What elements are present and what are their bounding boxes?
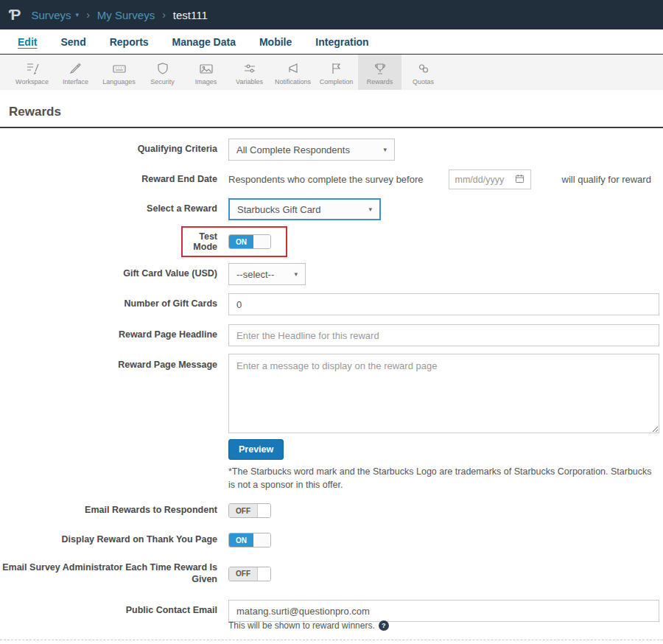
message-textarea[interactable] — [228, 354, 659, 433]
edit-toolbar: Workspace Interface Languages Security I… — [0, 55, 663, 90]
notifications-icon — [285, 61, 301, 76]
images-icon — [198, 61, 214, 76]
toolbar-item-security[interactable]: Security — [141, 55, 184, 90]
breadcrumb-surveys-dropdown[interactable]: Surveys ▾ — [31, 9, 79, 21]
main-menu: Edit Send Reports Manage Data Mobile Int… — [0, 29, 663, 55]
gift-card-value-row: Gift Card Value (USD) --select-- ▾ — [0, 263, 659, 285]
toolbar-item-languages[interactable]: Languages — [97, 55, 141, 90]
breadcrumb-separator: › — [86, 9, 90, 21]
num-gift-cards-input[interactable] — [228, 293, 659, 315]
top-navigation-bar: Ƥ Surveys ▾ › My Surveys › test111 — [0, 0, 663, 29]
gift-card-value-selected: --select-- — [236, 269, 274, 280]
starbucks-disclaimer: *The Starbucks word mark and the Starbuc… — [228, 466, 659, 491]
public-email-helper-row: This will be shown to reward winners. ? — [0, 620, 659, 631]
toggle-knob — [253, 533, 270, 547]
qualifying-criteria-select[interactable]: All Complete Respondents ▾ — [228, 139, 395, 161]
reward-end-date-after-text: will qualify for reward — [562, 174, 651, 185]
num-gift-cards-row: Number of Gift Cards — [0, 293, 659, 315]
date-placeholder: mm/dd/yyyy — [455, 175, 505, 185]
toolbar-item-completion[interactable]: Completion — [315, 55, 358, 90]
num-gift-cards-label: Number of Gift Cards — [0, 298, 228, 310]
toggle-off-segment: OFF — [229, 567, 257, 581]
test-mode-highlight-box: Test Mode ON — [181, 226, 287, 257]
breadcrumb-surveys-label: Surveys — [31, 9, 71, 21]
message-label: Reward Page Message — [0, 354, 228, 371]
toolbar-item-rewards[interactable]: Rewards — [358, 55, 401, 90]
quotas-icon — [415, 61, 432, 76]
toggle-knob — [257, 504, 270, 517]
email-admin-label: Email Survey Administrator Each Time Rew… — [0, 562, 228, 585]
email-admin-row: Email Survey Administrator Each Time Rew… — [0, 562, 659, 585]
headline-row: Reward Page Headline — [0, 324, 659, 346]
disclaimer-row: *The Starbucks word mark and the Starbuc… — [0, 466, 659, 491]
tab-reports[interactable]: Reports — [110, 36, 149, 48]
email-rewards-toggle[interactable]: OFF — [228, 503, 271, 518]
email-rewards-label: Email Rewards to Respondent — [0, 505, 228, 517]
test-mode-row: Test Mode ON — [0, 226, 663, 257]
breadcrumb-current-survey: test111 — [173, 9, 208, 21]
select-reward-row: Select a Reward Starbucks Gift Card ▾ — [0, 198, 659, 220]
email-admin-toggle[interactable]: OFF — [228, 567, 271, 581]
reward-end-date-row: Reward End Date Respondents who complete… — [0, 169, 659, 189]
chevron-down-icon: ▾ — [76, 11, 80, 18]
email-rewards-row: Email Rewards to Respondent OFF — [0, 503, 659, 518]
tab-manage-data[interactable]: Manage Data — [172, 36, 236, 48]
select-caret-icon: ▾ — [294, 270, 298, 278]
headline-input[interactable] — [228, 324, 659, 346]
tab-integration[interactable]: Integration — [315, 36, 368, 48]
qualifying-criteria-value: All Complete Respondents — [236, 144, 350, 155]
breadcrumb-my-surveys[interactable]: My Surveys — [97, 9, 155, 21]
preview-button[interactable]: Preview — [228, 439, 284, 460]
select-reward-value: Starbucks Gift Card — [237, 204, 320, 215]
display-reward-label: Display Reward on Thank You Page — [0, 534, 228, 546]
test-mode-label: Test Mode — [183, 231, 228, 252]
toolbar-item-interface[interactable]: Interface — [54, 55, 97, 90]
questionpro-logo[interactable]: Ƥ — [9, 6, 21, 24]
page-title: Rewards — [9, 105, 663, 119]
toggle-knob — [257, 567, 270, 581]
calendar-icon[interactable] — [515, 174, 525, 186]
public-email-label: Public Contact Email — [0, 605, 228, 617]
gift-card-value-select[interactable]: --select-- ▾ — [228, 263, 306, 285]
tab-edit[interactable]: Edit — [18, 36, 37, 48]
display-reward-toggle[interactable]: ON — [228, 533, 271, 547]
toggle-off-segment: OFF — [229, 504, 257, 517]
rewards-form: Qualifying Criteria All Complete Respond… — [0, 128, 663, 644]
preview-row: Preview — [0, 439, 659, 460]
tab-send[interactable]: Send — [60, 36, 85, 48]
toolbar-item-variables[interactable]: Variables — [228, 55, 271, 90]
tab-mobile[interactable]: Mobile — [259, 36, 292, 48]
reward-end-date-input[interactable]: mm/dd/yyyy — [449, 169, 531, 189]
completion-icon — [329, 61, 345, 76]
select-caret-icon: ▾ — [383, 146, 387, 153]
headline-label: Reward Page Headline — [0, 329, 228, 341]
toggle-knob — [253, 235, 270, 248]
reward-end-date-before-text: Respondents who complete the survey befo… — [228, 174, 424, 185]
variables-icon — [242, 61, 258, 76]
test-mode-toggle[interactable]: ON — [228, 234, 271, 249]
select-reward-select[interactable]: Starbucks Gift Card ▾ — [228, 198, 381, 220]
display-reward-row: Display Reward on Thank You Page ON — [0, 533, 659, 547]
languages-icon — [111, 61, 127, 76]
toolbar-item-quotas[interactable]: Quotas — [401, 55, 445, 90]
toggle-on-segment: ON — [229, 235, 253, 248]
reward-end-date-label: Reward End Date — [0, 174, 228, 186]
toolbar-item-images[interactable]: Images — [184, 55, 228, 90]
interface-icon — [68, 61, 84, 76]
qualifying-criteria-row: Qualifying Criteria All Complete Respond… — [0, 139, 659, 161]
public-email-helper-text: This will be shown to reward winners. — [228, 620, 375, 631]
rewards-trophy-icon — [372, 61, 388, 76]
help-question-icon[interactable]: ? — [379, 620, 389, 631]
breadcrumb-separator: › — [162, 9, 166, 21]
toggle-on-segment: ON — [229, 533, 253, 547]
security-icon — [155, 61, 171, 76]
public-email-input[interactable] — [228, 600, 659, 622]
toolbar-item-notifications[interactable]: Notifications — [271, 55, 315, 90]
toolbar-item-workspace[interactable]: Workspace — [10, 55, 54, 90]
dashed-divider — [0, 640, 663, 640]
gift-card-value-label: Gift Card Value (USD) — [0, 268, 228, 280]
message-row: Reward Page Message — [0, 354, 659, 433]
qualifying-criteria-label: Qualifying Criteria — [0, 144, 228, 155]
public-email-row: Public Contact Email — [0, 600, 659, 622]
select-reward-label: Select a Reward — [0, 203, 228, 215]
